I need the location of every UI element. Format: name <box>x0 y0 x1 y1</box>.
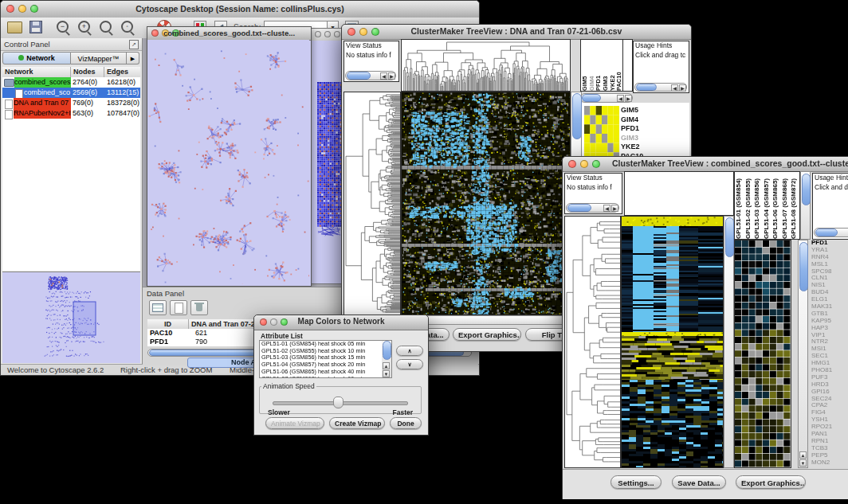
tv2-zoom-heatmap-canvas[interactable] <box>735 240 791 467</box>
column-label[interactable]: GPL51-08 (GSM872) <box>790 172 799 239</box>
tv1-heatmap-canvas[interactable] <box>402 92 570 315</box>
control-panel: Control Panel ↗ Network VizMapper™ ▶ Net… <box>1 38 143 365</box>
network-row[interactable]: RNAPuberNov2+I 563(0) 107847(0) <box>2 108 140 119</box>
tv1-zoom-hscrollbar[interactable]: ◀▶ <box>580 93 633 103</box>
zoom-window-icon[interactable] <box>334 31 340 37</box>
gene-label[interactable]: GIM3 <box>621 134 669 143</box>
tv2-title: ClusterMaker TreeView : combined_scores_… <box>563 158 848 168</box>
trash-icon[interactable] <box>190 300 208 315</box>
map-colors-dialog: Map Colors to Network Attribute List GPL… <box>253 315 429 436</box>
tv1-row-dendrogram[interactable] <box>344 92 401 315</box>
speed-slider-thumb[interactable] <box>333 397 344 408</box>
col-edges[interactable]: Edges <box>104 67 140 77</box>
birdseye-canvas[interactable] <box>3 273 139 362</box>
done-button[interactable]: Done <box>390 417 422 429</box>
tv2-gene-labels: PFD1YRA1RNR4MSL1SPC98CLN1NIS1BUD4ELG1MAK… <box>811 240 848 468</box>
tv2-zoom-heatmap[interactable] <box>734 240 791 468</box>
create-vizmap-button[interactable]: Create Vizmap <box>329 417 385 429</box>
tv1-title: ClusterMaker TreeView : DNA and Tran 07-… <box>342 26 691 36</box>
column-label[interactable]: GPL51-01 (GSM854) <box>735 172 744 239</box>
column-label[interactable]: GIM5 <box>581 41 588 91</box>
data-panel-title: Data Panel <box>147 289 184 298</box>
move-down-button[interactable]: ∨ <box>396 359 423 369</box>
tv1-global-heatmap[interactable] <box>401 92 571 315</box>
tv1-usage-hints-panel: Usage Hints Click and drag tc ◀▶ <box>633 41 689 93</box>
column-label[interactable]: GIM3 <box>602 41 609 91</box>
tv2-title-bar: ClusterMaker TreeView : combined_scores_… <box>563 157 848 172</box>
tv1-view-status-panel: View Status No status info f ◀▶ <box>344 41 399 82</box>
col-network[interactable]: Network <box>2 67 71 77</box>
export-graphics-button[interactable]: Export Graphics... <box>453 328 521 341</box>
tv2-row-dendrogram-canvas[interactable] <box>565 217 620 467</box>
tv2-zoom-vscrollbar[interactable]: ▲▼ <box>798 240 808 468</box>
tv1-hints-scrollbar[interactable]: ◀▶ <box>634 83 687 92</box>
column-label[interactable]: GPL51-07 (GSM868) <box>781 172 791 239</box>
tv1-title-bar: ClusterMaker TreeView : DNA and Tran 07-… <box>342 25 691 40</box>
data-col-id[interactable]: ID <box>147 319 189 329</box>
export-graphics-button[interactable]: Export Graphics... <box>736 475 806 489</box>
gene-label[interactable]: GIM5 <box>621 106 669 115</box>
tv2-row-dendrogram[interactable] <box>564 216 621 468</box>
network-row-selected[interactable]: combined_sco 2569(6) 13112(15) <box>2 88 140 98</box>
slower-label: Slower <box>268 408 290 416</box>
column-label[interactable]: PAC10 <box>615 41 622 91</box>
tv2-heatmap-canvas[interactable] <box>622 217 723 467</box>
network-tab-icon <box>18 55 24 61</box>
gene-label[interactable]: YKE2 <box>621 143 669 152</box>
tv1-row-dendrogram-canvas[interactable] <box>344 92 400 315</box>
zoom-out-icon[interactable]: − <box>57 21 69 33</box>
zoom-in-icon[interactable]: + <box>78 21 90 33</box>
tv1-status-scrollbar[interactable]: ◀▶ <box>345 71 396 80</box>
document-icon <box>5 110 13 119</box>
treeview2-window: ClusterMaker TreeView : combined_scores_… <box>562 156 848 499</box>
network-view-canvas[interactable] <box>147 40 309 284</box>
save-icon[interactable] <box>29 21 42 33</box>
tv1-zoom-matrix-canvas[interactable] <box>584 106 619 162</box>
column-label[interactable]: GPL51-04 (GSM857) <box>763 172 772 239</box>
zoom-fit-icon[interactable] <box>100 21 112 33</box>
column-label[interactable]: GPL51-03 (GSM856) <box>753 172 763 239</box>
save-data-button[interactable]: Save Data... <box>672 475 726 489</box>
animate-vizmap-button[interactable]: Animate Vizmap <box>265 417 324 429</box>
tab-vizmapper[interactable]: VizMapper™ <box>71 52 127 64</box>
tv2-hints-scrollbar[interactable] <box>814 228 848 237</box>
column-label[interactable]: GPL51-02 (GSM855) <box>744 172 754 239</box>
tv2-global-vscrollbar[interactable] <box>724 216 734 468</box>
attribute-item[interactable]: GPL51-07 (GSM868) heat shock 60 min <box>260 376 391 378</box>
tv2-global-heatmap[interactable] <box>621 216 724 468</box>
tv2-collabel-scrollbar[interactable] <box>800 171 811 240</box>
gene-label[interactable]: GIM4 <box>621 115 669 125</box>
tv2-status-scrollbar[interactable]: ◀▶ <box>566 203 619 213</box>
tv1-col-dendrogram-canvas[interactable] <box>402 40 570 91</box>
attribute-list-scrollbar[interactable]: ▲▼ <box>382 341 391 377</box>
open-file-icon[interactable] <box>7 21 22 33</box>
network-row[interactable]: DNA and Tran 07 769(0) 183728(0) <box>2 98 140 108</box>
column-label[interactable]: PFD1 <box>595 41 602 91</box>
faster-label: Faster <box>392 408 413 416</box>
close-icon[interactable] <box>315 31 321 37</box>
gene-label[interactable]: PFD1 <box>621 124 669 134</box>
move-up-button[interactable]: ∧ <box>396 346 423 356</box>
minimize-icon[interactable] <box>324 31 331 37</box>
tv1-column-dendrogram[interactable] <box>401 39 571 92</box>
tv1-label-spacer <box>623 39 633 92</box>
control-panel-title: Control Panel <box>4 40 50 49</box>
network-row[interactable]: combined_scores 2764(0) 16218(0) <box>2 77 140 88</box>
settings-button[interactable]: Settings... <box>610 475 662 489</box>
tab-network[interactable]: Network <box>2 52 71 64</box>
col-nodes[interactable]: Nodes <box>71 67 104 77</box>
float-panel-icon[interactable]: ↗ <box>129 40 139 49</box>
window-title: Cytoscape Desktop (Session Name: collins… <box>1 4 479 14</box>
column-label[interactable]: GPL51-06 (GSM865) <box>771 172 781 239</box>
tab-more-button[interactable]: ▶ <box>127 52 139 64</box>
animation-speed-group: Animation Speed Slower Faster <box>259 382 422 414</box>
gene-label[interactable]: MON2 <box>811 459 848 467</box>
dialog-title: Map Colors to Network <box>254 317 428 326</box>
birdseye-panel[interactable] <box>2 272 140 363</box>
tv2-column-dendrogram-area <box>624 171 734 216</box>
zoom-selected-icon[interactable]: ▫ <box>121 21 133 33</box>
new-document-icon[interactable] <box>170 300 187 315</box>
table-icon[interactable] <box>149 300 167 315</box>
tv1-column-labels: GIM5GIM4PFD1GIM3YKE2PAC10 <box>580 39 623 92</box>
main-title-bar: Cytoscape Desktop (Session Name: collins… <box>1 1 479 18</box>
